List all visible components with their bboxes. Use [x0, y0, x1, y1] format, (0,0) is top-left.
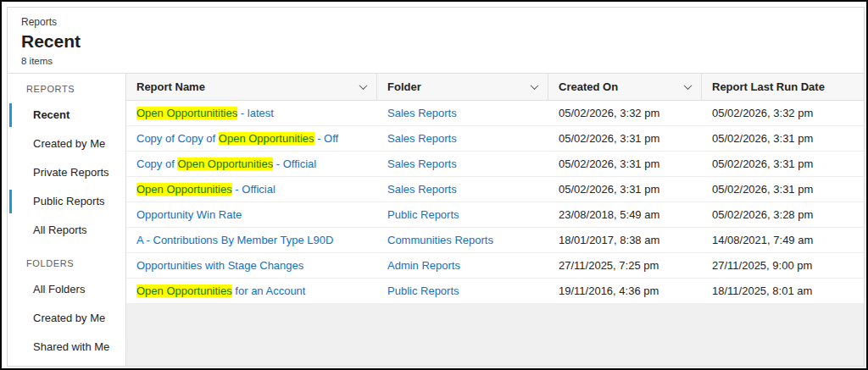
column-header-last-run-date[interactable]: Report Last Run Date: [702, 74, 864, 100]
page-header: Reports Recent 8 items: [8, 8, 864, 74]
created-on-cell: 05/02/2026, 3:31 pm: [548, 152, 702, 176]
report-name-text: - latest: [237, 107, 274, 119]
report-name-text: Copy of: [136, 157, 177, 170]
sidebar-item-created-by-me[interactable]: Created by Me: [8, 304, 125, 333]
sidebar-item-created-by-me[interactable]: Created by Me: [8, 130, 125, 158]
table-row[interactable]: Open Opportunities for an Account Public…: [126, 279, 864, 304]
page-title: Recent: [21, 30, 864, 53]
chevron-down-icon[interactable]: [359, 81, 368, 90]
folder-link[interactable]: Admin Reports: [387, 259, 460, 272]
report-name-link[interactable]: Open Opportunitities - latest: [136, 107, 274, 119]
report-name-text: for an Account: [232, 284, 306, 297]
table-row[interactable]: Opportunities with Stage Changes Admin R…: [126, 253, 864, 279]
table-row[interactable]: Copy of Copy of Open Opportunities - Off…: [126, 126, 864, 152]
breadcrumb: Reports: [21, 14, 864, 30]
last-run-cell: 18/11/2025, 8:01 am: [702, 279, 864, 303]
reports-page-card: Reports Recent 8 items REPORTS Recent Cr…: [7, 7, 865, 367]
sidebar-item-shared-with-me[interactable]: Shared with Me: [8, 333, 125, 362]
last-run-cell: 14/08/2021, 7:49 am: [702, 228, 864, 252]
report-name-link[interactable]: Opportunity Win Rate: [136, 208, 242, 221]
created-on-cell: 05/02/2026, 3:31 pm: [548, 177, 702, 202]
sidebar-section-label: FOLDERS: [8, 251, 125, 275]
search-highlight: Open Opportunities: [136, 284, 232, 297]
report-name-link[interactable]: Copy of Copy of Open Opportunities - Off: [136, 132, 338, 145]
table-row[interactable]: Opportunity Win Rate Public Reports 23/0…: [126, 202, 864, 228]
created-on-cell: 05/02/2026, 3:32 pm: [548, 101, 702, 125]
column-header-created-on[interactable]: Created On: [548, 74, 702, 100]
sidebar-item-label: Created by Me: [33, 312, 105, 324]
report-name-link[interactable]: Copy of Open Opportunities - Official: [136, 157, 316, 170]
sidebar-item-recent[interactable]: Recent: [8, 101, 125, 130]
column-header-label: Report Name: [136, 80, 205, 93]
report-name-text: - Off: [314, 132, 339, 145]
folder-link[interactable]: Sales Reports: [387, 183, 457, 196]
sidebar-section-label: REPORTS: [8, 77, 125, 101]
column-header-label: Report Last Run Date: [712, 80, 825, 93]
folder-link[interactable]: Public Reports: [387, 284, 459, 297]
folder-link[interactable]: Sales Reports: [387, 132, 457, 145]
created-on-cell: 19/11/2016, 4:36 pm: [548, 279, 702, 303]
report-name-link[interactable]: Opportunities with Stage Changes: [136, 259, 303, 272]
last-run-cell: 05/02/2026, 3:28 pm: [702, 202, 864, 227]
last-run-cell: 05/02/2026, 3:32 pm: [702, 101, 864, 125]
column-header-label: Created On: [559, 80, 618, 93]
last-run-cell: 05/02/2026, 3:31 pm: [702, 126, 864, 151]
page-body: REPORTS Recent Created by Me Private Rep…: [8, 74, 864, 366]
sidebar: REPORTS Recent Created by Me Private Rep…: [8, 74, 126, 366]
folder-link[interactable]: Sales Reports: [387, 157, 457, 170]
report-name-link[interactable]: Open Opportunities for an Account: [136, 284, 305, 297]
table-body: Open Opportunitities - latest Sales Repo…: [126, 101, 864, 304]
created-on-cell: 23/08/2018, 5:49 am: [548, 202, 702, 227]
column-header-folder[interactable]: Folder: [377, 74, 548, 100]
folder-link[interactable]: Sales Reports: [387, 107, 457, 119]
search-highlight: Open Opportunities: [177, 157, 273, 170]
reports-table: Report Name Folder Created On Report Las…: [126, 74, 864, 366]
table-header-row: Report Name Folder Created On Report Las…: [126, 74, 864, 101]
sidebar-item-label: All Reports: [33, 224, 87, 236]
sidebar-item-label: Recent: [33, 108, 70, 121]
column-header-label: Folder: [387, 80, 421, 93]
created-on-cell: 05/02/2026, 3:31 pm: [548, 126, 702, 151]
report-name-link[interactable]: A - Contributions By Member Type L90D: [136, 234, 333, 246]
chevron-down-icon[interactable]: [684, 81, 693, 90]
last-run-cell: 05/02/2026, 3:31 pm: [702, 152, 864, 176]
search-highlight: Open Opportunities: [136, 183, 232, 196]
empty-area: [126, 304, 864, 366]
column-header-report-name[interactable]: Report Name: [126, 74, 377, 100]
table-row[interactable]: Open Opportunitities - latest Sales Repo…: [126, 101, 864, 126]
folder-link[interactable]: Public Reports: [387, 208, 459, 221]
item-count: 8 items: [21, 53, 864, 69]
search-highlight: Open Opportunitities: [136, 107, 237, 119]
chevron-down-icon[interactable]: [531, 81, 539, 90]
sidebar-item-private-reports[interactable]: Private Reports: [8, 158, 125, 187]
selected-indicator-bar: [9, 190, 12, 213]
report-name-text: Copy of Copy of: [136, 132, 219, 145]
table-row[interactable]: Copy of Open Opportunities - Official Sa…: [126, 152, 864, 177]
report-name-text: - Official: [232, 183, 275, 196]
sidebar-item-all-folders[interactable]: All Folders: [8, 275, 125, 304]
sidebar-item-all-reports[interactable]: All Reports: [8, 216, 125, 245]
sidebar-item-label: All Folders: [33, 283, 85, 295]
table-row[interactable]: A - Contributions By Member Type L90D Co…: [126, 228, 864, 253]
report-name-text: - Official: [273, 157, 316, 170]
last-run-cell: 27/11/2025, 9:00 pm: [702, 253, 864, 278]
table-row[interactable]: Open Opportunities - Official Sales Repo…: [126, 177, 864, 202]
sidebar-item-label: Public Reports: [33, 195, 105, 207]
report-name-link[interactable]: Open Opportunities - Official: [136, 183, 275, 196]
selected-indicator-bar: [9, 103, 12, 127]
reports-app-window: Reports Recent 8 items REPORTS Recent Cr…: [0, 0, 868, 370]
folder-link[interactable]: Communities Reports: [387, 234, 493, 246]
report-name-text: A - Contributions By Member Type L90D: [136, 234, 333, 246]
created-on-cell: 18/01/2017, 8:38 am: [548, 228, 702, 252]
sidebar-item-label: Created by Me: [33, 137, 105, 150]
report-name-text: Opportunity Win Rate: [136, 208, 242, 221]
sidebar-item-label: Private Reports: [33, 166, 109, 179]
created-on-cell: 27/11/2025, 7:25 pm: [548, 253, 702, 278]
sidebar-item-public-reports[interactable]: Public Reports: [8, 187, 125, 216]
last-run-cell: 05/02/2026, 3:31 pm: [702, 177, 864, 202]
search-highlight: Open Opportunities: [219, 132, 314, 145]
sidebar-item-label: Shared with Me: [33, 340, 109, 353]
report-name-text: Opportunities with Stage Changes: [136, 259, 303, 272]
